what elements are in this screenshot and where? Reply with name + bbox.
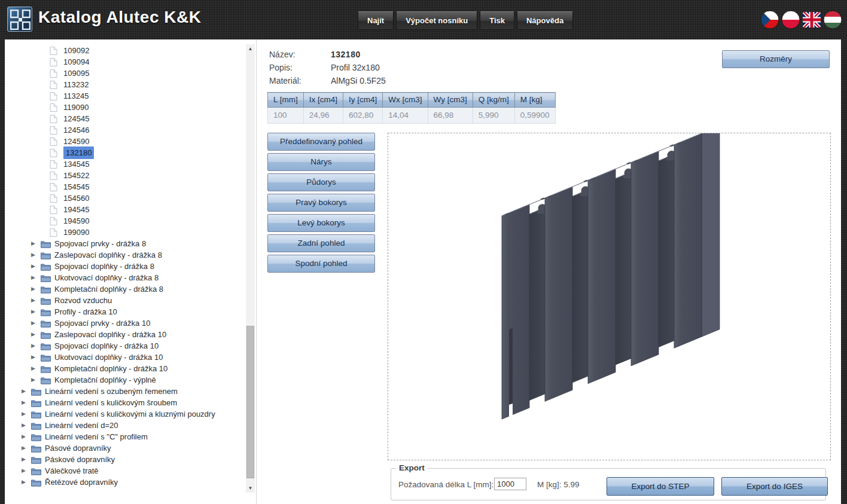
tree-item-label: 124545 (63, 113, 89, 124)
scroll-down-icon[interactable]: ▼ (246, 484, 255, 493)
tree-folder[interactable]: ▶Válečkové tratě (5, 465, 244, 476)
tree-item[interactable]: 154560 (5, 193, 244, 204)
tree-item[interactable]: 132180 (5, 147, 244, 158)
tree-item[interactable]: 124590 (5, 136, 244, 147)
view-button-0[interactable]: Předdefinovaný pohled (267, 133, 375, 151)
view-button-1[interactable]: Nárys (267, 153, 375, 171)
czech-flag-icon[interactable] (760, 10, 779, 29)
export-panel: Export Požadovaná délka L [mm]: M [kg]: … (391, 468, 826, 500)
tree-folder[interactable]: ▶Spojovací doplňky - drážka 8 (5, 261, 244, 272)
tree-item[interactable]: 109092 (5, 45, 244, 56)
tree-scrollbar[interactable]: ▲ ▼ (246, 44, 255, 493)
export-step-button[interactable]: Export do STEP (607, 477, 714, 496)
expand-arrow-icon[interactable]: ▶ (22, 431, 31, 442)
app-title: Katalog Alutec K&K (38, 8, 201, 27)
tree-item[interactable]: 113232 (5, 79, 244, 90)
nav-button-v-po-et-nosn-ku[interactable]: Výpočet nosníku (396, 11, 477, 30)
view-button-6[interactable]: Spodní pohled (267, 255, 375, 273)
tree-folder[interactable]: ▶Lineární vedení s ozubeným řemenem (5, 386, 244, 397)
nav-button-naj-t[interactable]: Najít (358, 11, 394, 30)
expand-arrow-icon[interactable]: ▶ (31, 295, 41, 306)
view-button-3[interactable]: Pravý bokorys (267, 194, 375, 212)
british-flag-icon[interactable] (802, 10, 821, 29)
tree-item-label: 199090 (63, 227, 89, 238)
tree-folder[interactable]: ▶Kompletační doplňky - drážka 10 (5, 363, 244, 374)
tree-folder[interactable]: ▶Ukotvovací doplňky - drážka 8 (5, 272, 244, 283)
folder-icon (31, 433, 41, 441)
tree-folder[interactable]: ▶Lineární vedení s kuličkovým šroubem (5, 397, 244, 408)
tree-folder[interactable]: ▶Lineární vedení s "C" profilem (5, 431, 244, 442)
tree-folder[interactable]: ▶Spojovací prvky - drážka 8 (5, 238, 244, 249)
tree-folder[interactable]: ▶Rozvod vzduchu (5, 295, 244, 306)
tree-item[interactable]: 154545 (5, 181, 244, 193)
expand-arrow-icon[interactable]: ▶ (31, 238, 41, 249)
view-button-5[interactable]: Zadní pohled (267, 234, 375, 252)
export-length-input[interactable] (494, 478, 526, 490)
nav-button-n-pov-da[interactable]: Nápověda (517, 11, 573, 30)
folder-icon (41, 365, 51, 373)
expand-arrow-icon[interactable]: ▶ (31, 374, 41, 386)
tree-folder[interactable]: ▶Kompletační doplňky - drážka 8 (5, 283, 244, 295)
tree-item[interactable]: 109095 (5, 68, 244, 79)
expand-arrow-icon[interactable]: ▶ (31, 306, 41, 317)
folder-icon (31, 444, 41, 453)
expand-arrow-icon[interactable]: ▶ (22, 465, 31, 476)
expand-arrow-icon[interactable]: ▶ (31, 249, 41, 261)
expand-arrow-icon[interactable]: ▶ (22, 442, 31, 454)
tree-folder[interactable]: ▶Pásové dopravníky (5, 442, 244, 454)
expand-arrow-icon[interactable]: ▶ (22, 476, 31, 488)
export-iges-button[interactable]: Export do IGES (721, 477, 828, 496)
tree-folder[interactable]: ▶Kompletační doplňky - výplně (5, 374, 244, 386)
file-icon (50, 205, 60, 215)
file-icon (50, 137, 60, 146)
tree-folder[interactable]: ▶Spojovací doplňky - drážka 10 (5, 340, 244, 352)
expand-arrow-icon[interactable]: ▶ (31, 363, 41, 374)
scrollbar-thumb[interactable] (246, 326, 254, 478)
expand-arrow-icon[interactable]: ▶ (22, 397, 31, 408)
tree-item[interactable]: 113245 (5, 90, 244, 102)
expand-arrow-icon[interactable]: ▶ (31, 261, 41, 272)
tree-folder[interactable]: ▶Spojovací prvky - drážka 10 (5, 317, 244, 329)
tree-folder[interactable]: ▶Zaslepovací doplňky - drážka 10 (5, 329, 244, 340)
tree-item[interactable]: 134545 (5, 158, 244, 170)
view-button-4[interactable]: Levý bokorys (267, 214, 375, 232)
scroll-up-icon[interactable]: ▲ (246, 44, 255, 53)
export-weight-value: M [kg]: 5.99 (537, 480, 580, 489)
hungarian-flag-icon[interactable] (823, 10, 842, 29)
tree-item[interactable]: 124545 (5, 113, 244, 124)
view-button-2[interactable]: Půdorys (267, 173, 375, 191)
detail-label: Název: (269, 48, 331, 61)
expand-arrow-icon[interactable]: ▶ (31, 340, 41, 352)
folder-icon (41, 297, 51, 305)
expand-arrow-icon[interactable]: ▶ (22, 420, 31, 431)
tree-item[interactable]: 124546 (5, 124, 244, 136)
expand-arrow-icon[interactable]: ▶ (22, 454, 31, 465)
table-cell: 100 (268, 108, 304, 124)
tree-folder[interactable]: ▶Řetězové dopravníky (5, 476, 244, 488)
dimensions-button[interactable]: Rozměry (722, 50, 830, 68)
expand-arrow-icon[interactable]: ▶ (31, 283, 41, 295)
tree-item[interactable]: 119090 (5, 102, 244, 113)
polish-flag-icon[interactable] (781, 10, 800, 29)
tree-folder[interactable]: ▶Páskové dopravníky (5, 454, 244, 465)
tree-item-label: Profily - drážka 10 (54, 306, 117, 317)
tree-item-label: Rozvod vzduchu (54, 295, 112, 306)
tree-item[interactable]: 199090 (5, 227, 244, 238)
expand-arrow-icon[interactable]: ▶ (22, 386, 31, 397)
expand-arrow-icon[interactable]: ▶ (31, 329, 41, 340)
tree-folder[interactable]: ▶Ukotvovací doplňky - drážka 10 (5, 352, 244, 363)
file-icon (50, 182, 60, 192)
expand-arrow-icon[interactable]: ▶ (31, 317, 41, 329)
tree-item[interactable]: 194590 (5, 215, 244, 227)
tree-folder[interactable]: ▶Lineární vedení d=20 (5, 420, 244, 431)
expand-arrow-icon[interactable]: ▶ (22, 408, 31, 420)
tree-item[interactable]: 109094 (5, 56, 244, 68)
tree-item[interactable]: 154522 (5, 170, 244, 181)
expand-arrow-icon[interactable]: ▶ (31, 352, 41, 363)
nav-button-tisk[interactable]: Tisk (480, 11, 514, 30)
tree-folder[interactable]: ▶Profily - drážka 10 (5, 306, 244, 317)
tree-item[interactable]: 194545 (5, 204, 244, 215)
tree-folder[interactable]: ▶Lineární vedení s kuličkovými a kluzným… (5, 408, 244, 420)
expand-arrow-icon[interactable]: ▶ (31, 272, 41, 283)
tree-folder[interactable]: ▶Zaslepovací doplňky - drážka 8 (5, 249, 244, 261)
